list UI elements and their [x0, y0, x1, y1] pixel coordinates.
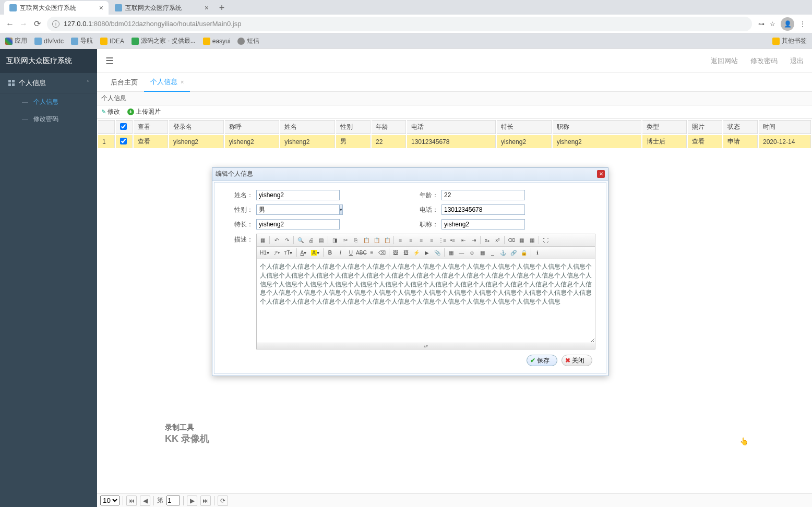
tab-home[interactable]: 后台主页 [104, 74, 144, 91]
bookmark-item[interactable]: dfvfvdc [34, 38, 64, 45]
logout-link[interactable]: 退出 [790, 56, 804, 66]
remove-format-icon[interactable]: ⌫ [377, 248, 387, 258]
print-icon[interactable]: 🖨 [306, 235, 316, 245]
back-button[interactable]: ← [3, 17, 17, 31]
align-right-icon[interactable]: ≡ [416, 235, 426, 245]
reload-button[interactable]: ⟳ [30, 17, 44, 31]
nav-item-profile[interactable]: —个人信息 [0, 93, 97, 111]
font-family-icon[interactable]: 𝓕▾ [272, 248, 282, 258]
back-to-site-link[interactable]: 返回网站 [711, 56, 738, 66]
save-button[interactable]: ✔保存 [527, 355, 557, 366]
title-field[interactable] [441, 219, 525, 230]
bookmark-item[interactable]: 源码之家 - 提供最... [132, 37, 196, 45]
browser-tab-1[interactable]: 互联网大众医疗系统 × [4, 1, 109, 15]
close-button[interactable]: ✖关闭 [562, 355, 592, 366]
prev-page-button[interactable]: ◀ [140, 496, 150, 506]
col-gender[interactable]: 性别 [336, 120, 371, 134]
hr-icon[interactable]: — [457, 248, 467, 258]
col-phone[interactable]: 电话 [407, 120, 496, 134]
nav-item-password[interactable]: —修改密码 [0, 111, 97, 128]
bg-color-icon[interactable]: A▾ [309, 248, 321, 258]
phone-field[interactable] [441, 204, 525, 215]
col-title[interactable]: 职称 [553, 120, 641, 134]
col-view[interactable]: 查看 [134, 120, 168, 134]
table-icon[interactable]: ▦ [446, 248, 456, 258]
profile-icon[interactable]: 👤 [781, 17, 794, 31]
paste-icon[interactable]: 📋 [361, 235, 371, 245]
quick-format-icon[interactable]: ▦ [517, 235, 527, 245]
image-icon[interactable]: 🖼 [391, 248, 401, 258]
key-icon[interactable]: ⊶ [758, 20, 765, 28]
unlink-icon[interactable]: 🔓 [519, 248, 529, 258]
align-justify-icon[interactable]: ≡ [427, 235, 437, 245]
site-info-icon[interactable]: i [52, 20, 59, 28]
underline-icon[interactable]: U [346, 248, 356, 258]
col-chenghu[interactable]: 称呼 [225, 120, 280, 134]
preview-icon[interactable]: 🔍 [295, 235, 305, 245]
chevron-down-icon[interactable]: ▾ [339, 204, 343, 215]
dialog-title-bar[interactable]: 编辑个人信息 ✕ [212, 168, 608, 180]
cut-icon[interactable]: ✂ [340, 235, 350, 245]
text-color-icon[interactable]: A▾ [298, 248, 309, 258]
forward-button[interactable]: → [17, 17, 30, 31]
name-field[interactable] [256, 190, 340, 200]
col-photo[interactable]: 照片 [688, 120, 722, 134]
col-type[interactable]: 类型 [642, 120, 687, 134]
next-page-button[interactable]: ▶ [187, 496, 197, 506]
star-icon[interactable]: ☆ [770, 20, 775, 28]
menu-toggle-icon[interactable]: ☰ [105, 55, 114, 67]
view-link[interactable]: 查看 [134, 135, 168, 148]
close-icon[interactable]: × [99, 4, 103, 12]
unordered-list-icon[interactable]: •≡ [448, 235, 458, 245]
emoticon-icon[interactable]: ☺ [467, 248, 477, 258]
select-all-checkbox[interactable] [120, 123, 127, 130]
copy-icon[interactable]: ⎘ [351, 235, 361, 245]
template-icon[interactable]: ▤ [316, 235, 326, 245]
close-icon[interactable]: ✕ [597, 170, 605, 178]
paste-text-icon[interactable]: 📋 [372, 235, 381, 245]
nav-group-personal[interactable]: 个人信息 ˆ [0, 73, 97, 93]
col-login[interactable]: 登录名 [169, 120, 224, 134]
col-age[interactable]: 年龄 [372, 120, 406, 134]
ordered-list-icon[interactable]: ⋮≡ [437, 235, 447, 245]
photo-link[interactable]: 查看 [688, 135, 722, 148]
outdent-icon[interactable]: ⇤ [458, 235, 468, 245]
strikethrough-icon[interactable]: ABC [356, 248, 366, 258]
italic-icon[interactable]: I [336, 248, 345, 258]
other-bookmarks[interactable]: 其他书签 [772, 37, 807, 45]
source-icon[interactable]: ▦ [258, 235, 268, 245]
browser-tab-2[interactable]: 互联网大众医疗系统 × [110, 1, 214, 15]
bookmark-item[interactable]: 短信 [237, 37, 259, 45]
clear-format-icon[interactable]: ⌫ [506, 235, 516, 245]
tab-profile[interactable]: 个人信息 × [144, 73, 190, 92]
col-status[interactable]: 状态 [723, 120, 758, 134]
undo-icon[interactable]: ↶ [271, 235, 281, 245]
subscript-icon[interactable]: x₂ [482, 235, 492, 245]
bookmark-item[interactable]: easyui [203, 38, 231, 45]
bold-icon[interactable]: B [325, 248, 335, 258]
page-size-select[interactable]: 10 [100, 496, 120, 505]
about-icon[interactable]: ℹ [533, 248, 543, 258]
change-password-link[interactable]: 修改密码 [750, 56, 778, 66]
col-name[interactable]: 姓名 [280, 120, 335, 134]
editor-textarea[interactable]: 个人信息个人信息个人信息个人信息个人信息个人信息个人信息个人信息个人信息个人信息… [257, 259, 595, 343]
bookmark-item[interactable]: IDEA [100, 38, 124, 45]
page-input[interactable] [166, 496, 180, 505]
file-icon[interactable]: 📎 [433, 248, 443, 258]
apps-button[interactable]: 应用 [5, 37, 27, 45]
editor-resize-handle[interactable]: ▴▾ [257, 343, 595, 349]
media-icon[interactable]: ▶ [422, 248, 432, 258]
flash-icon[interactable]: ⚡ [412, 248, 422, 258]
indent-icon[interactable]: ⇥ [469, 235, 479, 245]
align-center-icon[interactable]: ≡ [406, 235, 416, 245]
line-height-icon[interactable]: ≡ [367, 248, 377, 258]
row-checkbox[interactable] [120, 138, 127, 144]
new-tab-button[interactable]: + [215, 1, 229, 15]
anchor-icon[interactable]: ⚓ [498, 248, 508, 258]
edit-button[interactable]: ✎修改 [101, 107, 120, 116]
heading-icon[interactable]: H1▾ [258, 248, 271, 258]
paste-word-icon[interactable]: 📋 [382, 235, 392, 245]
bookmark-item[interactable]: 导航 [71, 37, 93, 45]
link-icon[interactable]: 🔗 [509, 248, 519, 258]
superscript-icon[interactable]: x² [493, 235, 503, 245]
